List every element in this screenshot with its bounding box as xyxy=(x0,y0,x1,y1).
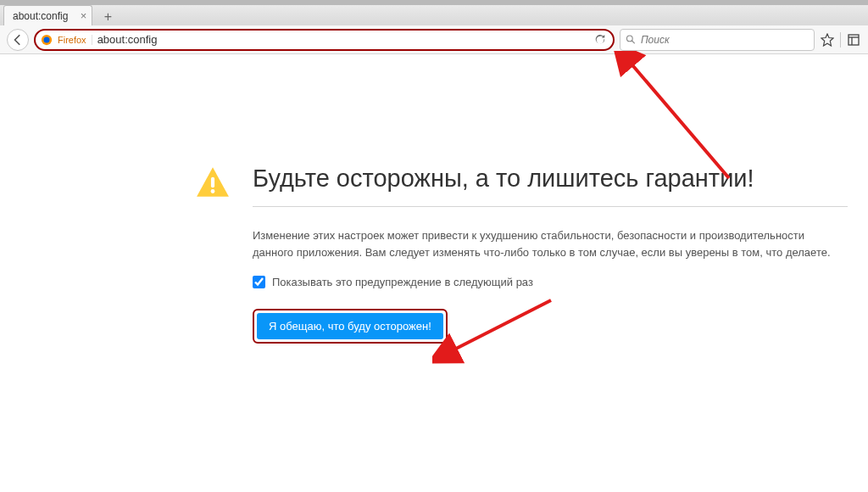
url-bar[interactable]: Firefox about:config xyxy=(34,29,615,51)
svg-rect-4 xyxy=(849,35,859,45)
star-icon xyxy=(821,33,834,47)
svg-rect-7 xyxy=(211,177,214,188)
reload-icon xyxy=(594,34,606,46)
sidebar-button[interactable] xyxy=(846,32,861,48)
svg-line-9 xyxy=(629,61,729,178)
toolbar-divider xyxy=(840,32,841,48)
search-icon xyxy=(626,34,636,45)
svg-point-8 xyxy=(211,189,215,193)
content-area: Будьте осторожны, а то лишитесь гарантии… xyxy=(0,54,868,492)
warning-panel: Будьте осторожны, а то лишитесь гарантии… xyxy=(195,165,848,344)
svg-line-3 xyxy=(632,41,634,43)
accept-button-highlight: Я обещаю, что буду осторожен! xyxy=(253,309,448,344)
warning-icon xyxy=(195,165,231,200)
bookmark-button[interactable] xyxy=(820,32,835,48)
warning-body: Изменение этих настроек может привести к… xyxy=(253,227,846,260)
warning-divider xyxy=(253,206,848,207)
brand-label: Firefox xyxy=(58,35,92,45)
browser-tab[interactable]: about:config × xyxy=(3,5,92,25)
new-tab-button[interactable]: + xyxy=(97,8,118,25)
reload-button[interactable] xyxy=(593,32,608,48)
library-icon xyxy=(847,33,860,47)
search-input[interactable] xyxy=(641,34,809,46)
back-button[interactable] xyxy=(7,29,29,51)
show-warning-checkbox[interactable] xyxy=(253,276,265,288)
tab-strip: about:config × + xyxy=(0,5,868,25)
arrow-left-icon xyxy=(12,34,24,46)
warning-heading: Будьте осторожны, а то лишитесь гарантии… xyxy=(253,165,848,193)
nav-toolbar: Firefox about:config xyxy=(0,25,868,54)
url-text: about:config xyxy=(97,33,158,46)
tab-title: about:config xyxy=(13,10,68,22)
accept-risk-button[interactable]: Я обещаю, что буду осторожен! xyxy=(257,313,443,339)
show-warning-label[interactable]: Показывать это предупреждение в следующи… xyxy=(272,276,533,288)
svg-point-1 xyxy=(44,36,50,42)
close-icon[interactable]: × xyxy=(81,9,87,22)
firefox-icon xyxy=(41,34,53,46)
search-bar[interactable] xyxy=(620,29,815,51)
